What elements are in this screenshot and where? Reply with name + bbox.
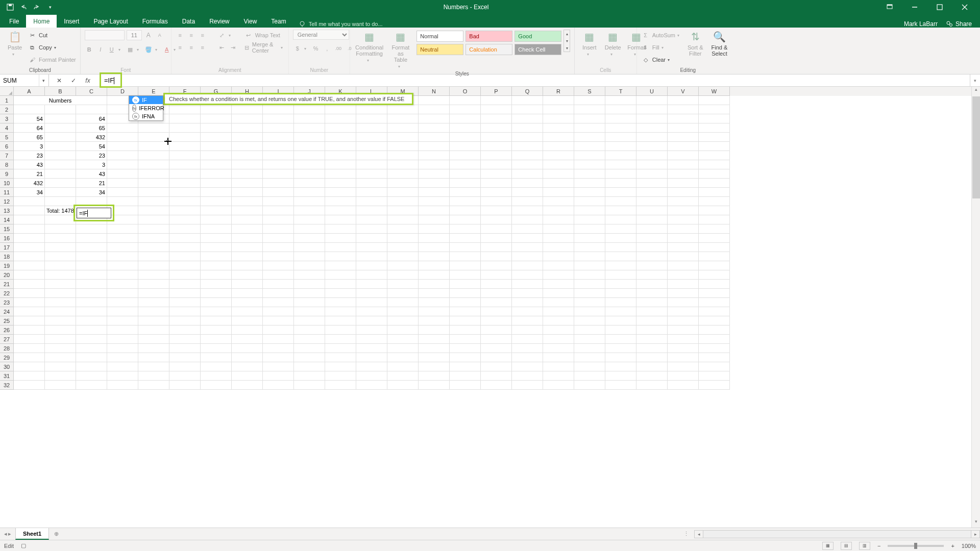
cell[interactable] xyxy=(201,142,232,151)
tab-home[interactable]: Home xyxy=(26,15,57,28)
cell[interactable] xyxy=(512,169,543,179)
cell[interactable] xyxy=(419,96,450,105)
cell[interactable] xyxy=(138,362,169,371)
cell[interactable] xyxy=(232,289,263,298)
cell[interactable] xyxy=(699,215,730,224)
cell[interactable] xyxy=(481,151,512,160)
row-header[interactable]: 2 xyxy=(0,105,14,114)
cell[interactable] xyxy=(450,270,481,280)
cell[interactable] xyxy=(14,289,45,298)
cell[interactable] xyxy=(325,160,356,169)
cell[interactable] xyxy=(450,96,481,105)
cell[interactable] xyxy=(356,243,387,252)
cell[interactable] xyxy=(201,169,232,179)
cell[interactable] xyxy=(14,270,45,280)
cell[interactable] xyxy=(138,142,169,151)
cell[interactable] xyxy=(636,243,668,252)
cell[interactable] xyxy=(668,142,699,151)
cell[interactable] xyxy=(636,169,668,179)
col-header[interactable]: N xyxy=(419,87,450,96)
name-box[interactable]: ▾ xyxy=(0,74,49,86)
cell[interactable] xyxy=(263,169,294,179)
italic-icon[interactable]: I xyxy=(96,46,105,53)
cut-button[interactable]: ✂Cut xyxy=(28,30,76,41)
cell[interactable] xyxy=(481,280,512,289)
cell[interactable] xyxy=(574,280,605,289)
cell[interactable] xyxy=(76,197,107,206)
cell[interactable] xyxy=(450,298,481,307)
cell[interactable] xyxy=(325,362,356,371)
cell[interactable] xyxy=(232,307,263,316)
cell[interactable] xyxy=(512,179,543,188)
cell[interactable] xyxy=(636,96,668,105)
style-bad[interactable]: Bad xyxy=(465,31,512,42)
cell[interactable] xyxy=(138,344,169,353)
cell[interactable] xyxy=(512,224,543,234)
cell[interactable] xyxy=(356,362,387,371)
cell[interactable] xyxy=(138,353,169,362)
cell[interactable] xyxy=(481,307,512,316)
cell[interactable] xyxy=(45,197,76,206)
cell[interactable] xyxy=(574,289,605,298)
cell[interactable] xyxy=(263,105,294,114)
cell[interactable] xyxy=(356,197,387,206)
ac-item-iferror[interactable]: fxIFERROR xyxy=(129,104,163,112)
cell[interactable]: 21 xyxy=(14,169,45,179)
cell[interactable] xyxy=(543,261,574,270)
cell[interactable] xyxy=(107,224,138,234)
cell[interactable] xyxy=(574,252,605,261)
cell[interactable] xyxy=(201,179,232,188)
undo-icon[interactable] xyxy=(19,3,28,11)
cell[interactable] xyxy=(450,371,481,381)
cell[interactable] xyxy=(512,270,543,280)
cell[interactable] xyxy=(356,307,387,316)
cell[interactable] xyxy=(138,289,169,298)
cell[interactable] xyxy=(387,362,419,371)
cell[interactable] xyxy=(169,114,201,123)
cell[interactable] xyxy=(636,142,668,151)
cell[interactable] xyxy=(574,197,605,206)
increase-decimal-icon[interactable]: .00 xyxy=(334,46,343,51)
cell[interactable]: Numbers xyxy=(14,96,107,105)
cell[interactable] xyxy=(201,362,232,371)
cell[interactable] xyxy=(263,325,294,335)
cell[interactable] xyxy=(107,353,138,362)
cell[interactable] xyxy=(636,381,668,390)
cell[interactable] xyxy=(450,261,481,270)
row-header[interactable]: 9 xyxy=(0,169,14,179)
cell[interactable] xyxy=(201,215,232,224)
cell[interactable] xyxy=(107,381,138,390)
cell[interactable] xyxy=(14,234,45,243)
cell[interactable] xyxy=(356,252,387,261)
cell[interactable] xyxy=(138,224,169,234)
cell[interactable] xyxy=(387,197,419,206)
number-format-select[interactable]: General xyxy=(293,30,349,40)
cell[interactable] xyxy=(356,371,387,381)
cell[interactable] xyxy=(699,381,730,390)
cell[interactable] xyxy=(232,224,263,234)
cell[interactable] xyxy=(699,289,730,298)
cell[interactable] xyxy=(169,169,201,179)
cell[interactable] xyxy=(419,270,450,280)
cell[interactable] xyxy=(450,325,481,335)
cell[interactable] xyxy=(636,307,668,316)
cell[interactable] xyxy=(263,142,294,151)
user-name[interactable]: Mark LaBarr xyxy=(904,20,938,28)
cell[interactable] xyxy=(45,316,76,325)
cell[interactable] xyxy=(107,179,138,188)
cell[interactable] xyxy=(45,169,76,179)
cell[interactable] xyxy=(636,215,668,224)
cell[interactable] xyxy=(636,114,668,123)
clear-button[interactable]: ◇Clear▾ xyxy=(641,54,682,65)
cell[interactable] xyxy=(387,307,419,316)
view-page-break-icon[interactable]: ▥ xyxy=(859,542,870,550)
cell[interactable] xyxy=(387,151,419,160)
tab-view[interactable]: View xyxy=(237,15,264,28)
cell[interactable] xyxy=(76,243,107,252)
cell[interactable] xyxy=(543,96,574,105)
cell[interactable] xyxy=(419,252,450,261)
cell[interactable] xyxy=(481,105,512,114)
cell[interactable] xyxy=(45,133,76,142)
cell[interactable] xyxy=(169,344,201,353)
cell[interactable] xyxy=(294,307,325,316)
